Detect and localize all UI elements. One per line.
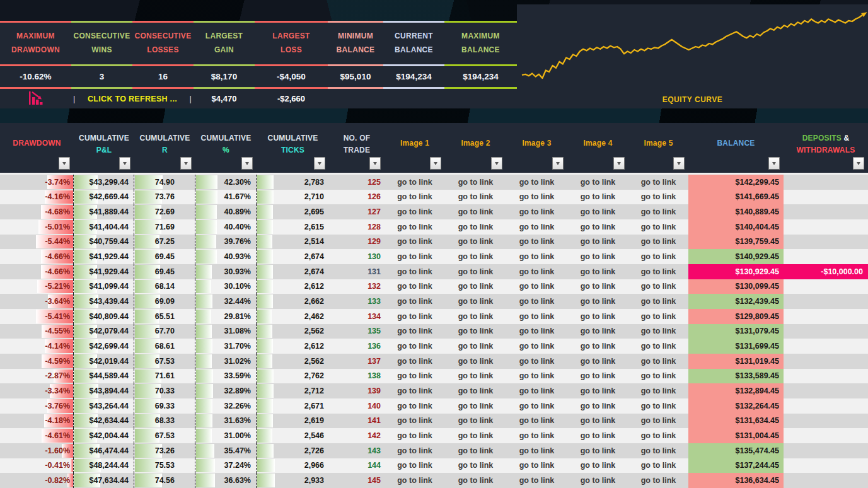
image-4-link[interactable]: go to link [567, 219, 628, 235]
image-5-link[interactable]: go to link [628, 204, 688, 219]
image-2-link[interactable]: go to link [445, 249, 506, 264]
image-3-link[interactable]: go to link [506, 473, 567, 488]
image-1-link[interactable]: go to link [385, 458, 445, 473]
filter-dropdown-button[interactable] [241, 157, 253, 170]
image-2-link[interactable]: go to link [445, 428, 506, 443]
image-4-link[interactable]: go to link [567, 235, 628, 250]
filter-dropdown-button[interactable] [314, 157, 325, 170]
image-2-link[interactable]: go to link [445, 219, 506, 235]
image-3-link[interactable]: go to link [506, 324, 567, 339]
image-2-link[interactable]: go to link [445, 369, 506, 384]
image-4-link[interactable]: go to link [567, 354, 628, 369]
image-1-link[interactable]: go to link [385, 294, 445, 309]
image-5-link[interactable]: go to link [628, 279, 688, 294]
image-1-link[interactable]: go to link [385, 219, 445, 235]
image-5-link[interactable]: go to link [628, 369, 688, 384]
image-2-link[interactable]: go to link [445, 354, 506, 369]
image-2-link[interactable]: go to link [445, 190, 506, 205]
image-3-link[interactable]: go to link [506, 264, 567, 279]
image-5-link[interactable]: go to link [628, 383, 688, 398]
filter-dropdown-button[interactable] [430, 157, 441, 170]
image-4-link[interactable]: go to link [567, 324, 628, 339]
image-2-link[interactable]: go to link [445, 175, 506, 190]
image-3-link[interactable]: go to link [506, 190, 567, 205]
filter-dropdown-button[interactable] [180, 157, 192, 170]
image-2-link[interactable]: go to link [445, 458, 506, 473]
filter-dropdown-button[interactable] [768, 157, 780, 170]
image-2-link[interactable]: go to link [445, 324, 506, 339]
image-4-link[interactable]: go to link [567, 339, 628, 354]
image-3-link[interactable]: go to link [506, 414, 567, 429]
filter-dropdown-button[interactable] [613, 157, 625, 170]
image-4-link[interactable]: go to link [567, 249, 628, 264]
image-5-link[interactable]: go to link [628, 458, 688, 473]
image-5-link[interactable]: go to link [628, 398, 688, 414]
image-4-link[interactable]: go to link [567, 383, 628, 398]
image-4-link[interactable]: go to link [567, 369, 628, 384]
image-2-link[interactable]: go to link [445, 279, 506, 294]
image-4-link[interactable]: go to link [567, 190, 628, 205]
image-1-link[interactable]: go to link [385, 324, 445, 339]
image-5-link[interactable]: go to link [628, 414, 688, 429]
image-5-link[interactable]: go to link [628, 175, 688, 190]
image-1-link[interactable]: go to link [385, 190, 445, 205]
image-4-link[interactable]: go to link [567, 294, 628, 309]
image-3-link[interactable]: go to link [506, 383, 567, 398]
image-2-link[interactable]: go to link [445, 398, 506, 414]
image-5-link[interactable]: go to link [628, 354, 688, 369]
image-4-link[interactable]: go to link [567, 414, 628, 429]
image-4-link[interactable]: go to link [567, 428, 628, 443]
image-2-link[interactable]: go to link [445, 235, 506, 250]
image-5-link[interactable]: go to link [628, 294, 688, 309]
image-5-link[interactable]: go to link [628, 443, 688, 458]
image-2-link[interactable]: go to link [445, 383, 506, 398]
image-3-link[interactable]: go to link [506, 309, 567, 324]
image-4-link[interactable]: go to link [567, 398, 628, 414]
image-1-link[interactable]: go to link [385, 354, 445, 369]
filter-dropdown-button[interactable] [552, 157, 564, 170]
image-1-link[interactable]: go to link [385, 414, 445, 429]
image-3-link[interactable]: go to link [506, 369, 567, 384]
refresh-button[interactable] [0, 90, 71, 108]
image-1-link[interactable]: go to link [385, 175, 445, 190]
image-2-link[interactable]: go to link [445, 204, 506, 219]
filter-dropdown-button[interactable] [673, 157, 685, 170]
image-4-link[interactable]: go to link [567, 473, 628, 488]
image-1-link[interactable]: go to link [385, 235, 445, 250]
image-5-link[interactable]: go to link [628, 473, 688, 488]
image-1-link[interactable]: go to link [385, 369, 445, 384]
image-5-link[interactable]: go to link [628, 235, 688, 250]
image-3-link[interactable]: go to link [506, 398, 567, 414]
image-2-link[interactable]: go to link [445, 294, 506, 309]
image-3-link[interactable]: go to link [506, 294, 567, 309]
image-1-link[interactable]: go to link [385, 249, 445, 264]
image-3-link[interactable]: go to link [506, 204, 567, 219]
image-5-link[interactable]: go to link [628, 249, 688, 264]
image-5-link[interactable]: go to link [628, 264, 688, 279]
image-2-link[interactable]: go to link [445, 339, 506, 354]
image-4-link[interactable]: go to link [567, 264, 628, 279]
image-1-link[interactable]: go to link [385, 279, 445, 294]
filter-dropdown-button[interactable] [369, 157, 381, 170]
image-1-link[interactable]: go to link [385, 339, 445, 354]
image-4-link[interactable]: go to link [567, 279, 628, 294]
image-3-link[interactable]: go to link [506, 175, 567, 190]
filter-dropdown-button[interactable] [491, 157, 502, 170]
image-5-link[interactable]: go to link [628, 324, 688, 339]
image-1-link[interactable]: go to link [385, 473, 445, 488]
image-3-link[interactable]: go to link [506, 279, 567, 294]
image-3-link[interactable]: go to link [506, 354, 567, 369]
image-3-link[interactable]: go to link [506, 219, 567, 235]
image-1-link[interactable]: go to link [385, 383, 445, 398]
image-3-link[interactable]: go to link [506, 458, 567, 473]
filter-dropdown-button[interactable] [119, 157, 130, 170]
image-3-link[interactable]: go to link [506, 339, 567, 354]
image-3-link[interactable]: go to link [506, 428, 567, 443]
image-5-link[interactable]: go to link [628, 309, 688, 324]
image-1-link[interactable]: go to link [385, 443, 445, 458]
image-2-link[interactable]: go to link [445, 414, 506, 429]
image-3-link[interactable]: go to link [506, 249, 567, 264]
image-5-link[interactable]: go to link [628, 428, 688, 443]
image-2-link[interactable]: go to link [445, 443, 506, 458]
image-4-link[interactable]: go to link [567, 204, 628, 219]
